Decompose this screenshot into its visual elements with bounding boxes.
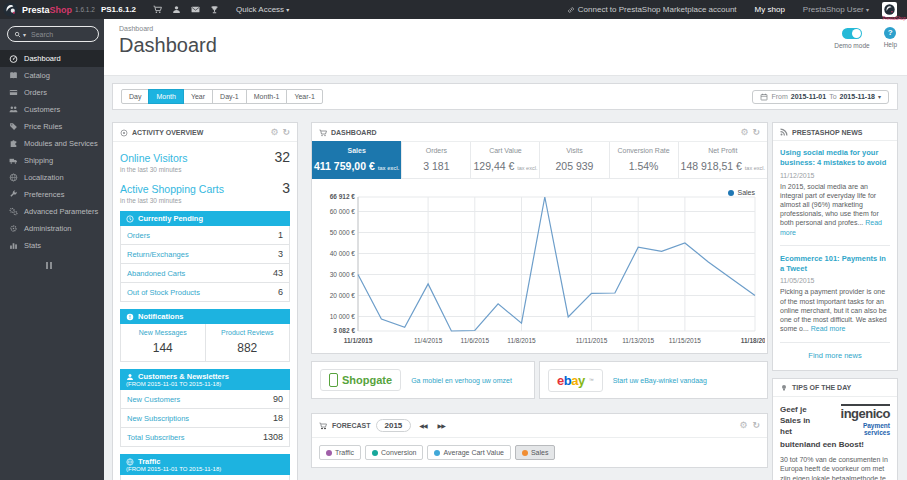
kpi-visits[interactable]: Visits205 939 [539, 142, 608, 178]
rss-icon [780, 128, 788, 136]
range-day-1-button[interactable]: Day-1 [212, 89, 247, 104]
messages-icon[interactable] [186, 5, 205, 14]
legend-traffic-button[interactable]: Traffic [319, 445, 361, 460]
new-messages-cell[interactable]: New Messages144 [121, 324, 205, 361]
pending-abandoned-carts-row[interactable]: Abandoned Carts43 [121, 264, 289, 283]
book-icon [9, 71, 18, 80]
legend-conversion-button[interactable]: Conversion [365, 445, 423, 460]
online-visitors-value: 32 [274, 149, 290, 165]
sidebar-item-customers[interactable]: Customers [0, 101, 104, 118]
google-analytics-link[interactable]: Link to your Google Analytics account [120, 475, 290, 480]
ebay-link[interactable]: Start uw eBay-winkel vandaag [613, 377, 707, 384]
activity-icon [120, 129, 128, 137]
find-more-news-link[interactable]: Find more news [780, 351, 890, 360]
credit-card-icon [9, 88, 18, 97]
kpi-cart-value[interactable]: Cart Value129,44 € tax excl. [470, 142, 539, 178]
forecast-prev-button[interactable]: ◀◀ [416, 420, 429, 431]
search-input[interactable] [31, 31, 86, 38]
panel-refresh-icon[interactable]: ↻ [752, 421, 760, 430]
search-icon [14, 31, 21, 38]
panel-settings-icon[interactable]: ⚙ [740, 128, 748, 137]
notifications-header: Notifications [120, 309, 290, 324]
brand-logo[interactable]: PrestaShop [22, 5, 72, 15]
shopgate-logo[interactable]: Shopgate [320, 369, 401, 391]
sidebar-search[interactable]: ▾ [7, 26, 99, 42]
sidebar-collapse-toggle[interactable] [46, 262, 104, 269]
user-avatar[interactable]: PrestaShop [882, 2, 906, 22]
users-icon [9, 105, 18, 114]
kpi-sales[interactable]: Sales411 759,00 € tax excl. [312, 141, 401, 179]
active-carts-sub: in the last 30 minutes [120, 197, 290, 204]
active-carts-link[interactable]: Active Shopping Carts [120, 183, 224, 195]
sidebar-item-administration[interactable]: Administration [0, 220, 104, 237]
user-menu[interactable]: PrestaShop User ▾ [803, 5, 869, 14]
bar-chart-icon [9, 241, 18, 250]
range-year-button[interactable]: Year [183, 89, 213, 104]
forecast-year[interactable]: 2015 [376, 419, 412, 432]
exclamation-icon [126, 313, 134, 321]
online-visitors-link[interactable]: Online Visitors [120, 152, 188, 164]
shopgate-link[interactable]: Ga mobiel en verhoog uw omzet [411, 377, 512, 384]
read-more-link[interactable]: Read more [811, 325, 846, 332]
calendar-icon [760, 93, 768, 101]
svg-text:11/1/2015: 11/1/2015 [344, 337, 373, 344]
trophy-icon[interactable] [205, 5, 224, 14]
link-icon [567, 6, 575, 14]
total-subscribers-row[interactable]: Total Subscribers1308 [121, 428, 289, 446]
sidebar-item-stats[interactable]: Stats [0, 237, 104, 254]
help-icon[interactable]: ? [884, 27, 896, 39]
quick-access-menu[interactable]: Quick Access ▾ [236, 5, 289, 14]
news-article-title[interactable]: Ecommerce 101: Payments in a Tweet [780, 254, 890, 274]
breadcrumb[interactable]: Dashboard [119, 25, 907, 32]
sidebar-item-price-rules[interactable]: Price Rules [0, 118, 104, 135]
kpi-orders[interactable]: Orders3 181 [401, 142, 470, 178]
panel-refresh-icon[interactable]: ↻ [282, 128, 290, 137]
new-subscriptions-row[interactable]: New Subscriptions18 [121, 409, 289, 428]
chart-legend[interactable]: Sales [728, 189, 755, 196]
ingenico-logo[interactable]: ingenico Paymentservices [818, 404, 890, 437]
new-customers-row[interactable]: New Customers90 [121, 390, 289, 409]
forecast-next-button[interactable]: ▶▶ [435, 420, 448, 431]
customers-quick-icon[interactable] [167, 5, 186, 14]
date-range-picker[interactable]: From2015-11-01 To2015-11-18 ▾ [752, 90, 889, 104]
sidebar-item-catalog[interactable]: Catalog [0, 67, 104, 84]
gear-icon [9, 224, 18, 233]
sidebar-item-localization[interactable]: Localization [0, 169, 104, 186]
range-month-button[interactable]: Month [148, 89, 183, 104]
sidebar-item-dashboard[interactable]: Dashboard [0, 50, 104, 67]
kpi-net-profit[interactable]: Net Profit148 918,51 € tax excl. [678, 142, 767, 178]
cart-icon[interactable] [148, 5, 167, 14]
pending-out-of-stock-row[interactable]: Out of Stock Products6 [121, 283, 289, 301]
panel-title: Forecast [332, 422, 371, 429]
range-month-1-button[interactable]: Month-1 [246, 89, 288, 104]
sidebar-item-modules[interactable]: Modules and Services [0, 135, 104, 152]
prestashop-logo-icon[interactable] [3, 2, 18, 17]
demo-mode-toggle[interactable] [842, 28, 862, 39]
panel-settings-icon[interactable]: ⚙ [270, 128, 278, 137]
pending-returns-row[interactable]: Return/Exchanges3 [121, 245, 289, 264]
panel-title: Activity overview [132, 129, 203, 136]
sales-legend-dot [728, 190, 734, 196]
prestashop-news-panel: PrestaShop News Using social media for y… [772, 122, 898, 371]
news-article-title[interactable]: Using social media for your business: 4 … [780, 148, 890, 168]
person-icon [126, 373, 134, 381]
sidebar-item-shipping[interactable]: Shipping [0, 152, 104, 169]
ebay-logo[interactable]: ebay™ [548, 369, 603, 392]
panel-settings-icon[interactable]: ⚙ [739, 421, 747, 430]
sidebar-item-advanced-parameters[interactable]: Advanced Parameters [0, 203, 104, 220]
product-reviews-cell[interactable]: Product Reviews882 [205, 324, 290, 361]
marketplace-link[interactable]: Connect to PrestaShop Marketplace accoun… [567, 5, 737, 14]
pending-orders-row[interactable]: Orders1 [121, 226, 289, 245]
legend-average-cart-value-button[interactable]: Average Cart Value [427, 445, 510, 460]
sales-dot-icon [522, 450, 528, 456]
sidebar-item-preferences[interactable]: Preferences [0, 186, 104, 203]
my-shop-link[interactable]: My shop [755, 5, 785, 14]
legend-sales-button[interactable]: Sales [515, 445, 556, 460]
panel-refresh-icon[interactable]: ↻ [752, 128, 760, 137]
sidebar-item-orders[interactable]: Orders [0, 84, 104, 101]
shop-name[interactable]: PS1.6.1.2 [101, 5, 136, 14]
range-day-button[interactable]: Day [121, 89, 149, 104]
search-type-caret[interactable]: ▾ [23, 31, 26, 38]
kpi-conversion-rate[interactable]: Conversion Rate1.54% [609, 142, 678, 178]
range-year-1-button[interactable]: Year-1 [286, 89, 322, 104]
